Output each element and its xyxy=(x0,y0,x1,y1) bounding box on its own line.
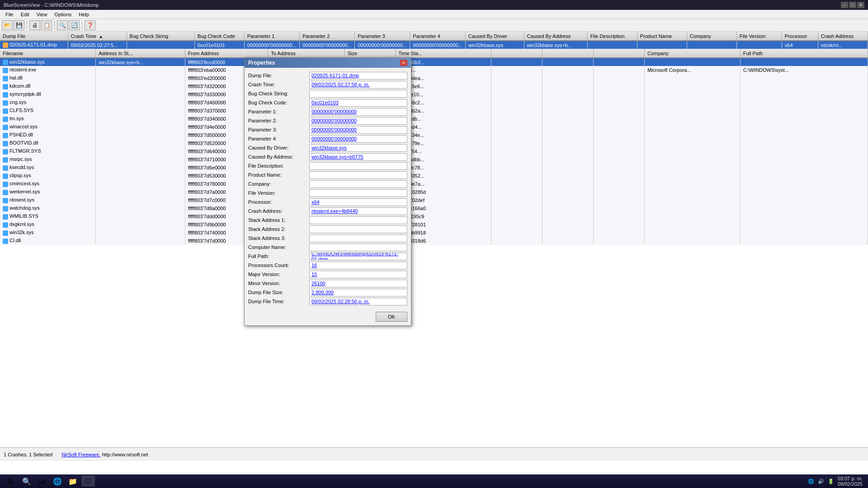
prop-value-8[interactable]: win32kbase.sys xyxy=(309,144,407,152)
mod-col-from-address[interactable]: From Address xyxy=(185,49,268,58)
toolbar-search[interactable]: 🔍 xyxy=(57,20,68,30)
prop-value-9[interactable]: win32kbase.sys+b0775 xyxy=(309,153,407,161)
menu-options[interactable]: Options xyxy=(51,11,75,18)
col-crash-address[interactable]: Crash Address xyxy=(818,32,868,41)
module-table-row[interactable]: cmimcext.sysfffff803'7d780000fffff803'7d… xyxy=(0,180,868,188)
prop-value-22[interactable]: 15 xyxy=(309,271,407,278)
module-table-row[interactable]: FLTMGR.SYSfffff803'7d640000fffff803'7d6d… xyxy=(0,147,868,155)
col-product-name[interactable]: Product Name xyxy=(637,32,687,41)
col-parameter1[interactable]: Parameter 1 xyxy=(244,32,299,41)
module-table-row[interactable]: tm.sysfffff803'7d340000fffff803'7d36a000… xyxy=(0,115,868,123)
mod-col-size[interactable]: Size xyxy=(344,49,396,58)
module-table-row[interactable]: dxgkrnl.sysfffff803'7d9b0000fffff803'7db… xyxy=(0,221,868,229)
toolbar-sep3 xyxy=(82,21,82,30)
prop-value-14[interactable]: x64 xyxy=(309,198,407,206)
properties-dialog[interactable]: Properties ✕ Dump File:020925-6171-01.dm… xyxy=(244,57,411,326)
toolbar-refresh[interactable]: 🔄 xyxy=(69,20,80,30)
taskbar-taskview-icon[interactable]: 🗂 xyxy=(35,476,49,487)
prop-value-3[interactable]: 0xc01e0103 xyxy=(309,99,407,107)
mod-col-full-path[interactable]: Full Path xyxy=(740,49,868,58)
module-table-row[interactable]: CLFS.SYSfffff803'7d370000fffff803'7d3f60… xyxy=(0,107,868,115)
taskbar-edge-icon[interactable]: 🌐 xyxy=(51,476,64,487)
mod-cell-7 xyxy=(542,237,594,245)
mod-col-to-address[interactable]: To Address xyxy=(268,49,344,58)
menu-view[interactable]: View xyxy=(33,11,51,18)
prop-value-25[interactable]: 09/02/2025 02:28:56 p. m. xyxy=(309,298,407,305)
mod-col-7[interactable] xyxy=(491,49,542,58)
crash-cell-12 xyxy=(687,41,736,49)
col-processor[interactable]: Processor xyxy=(782,32,818,41)
mod-col-8[interactable] xyxy=(542,49,594,58)
prop-value-0[interactable]: 020925-6171-01.dmp xyxy=(309,72,407,80)
toolbar-print[interactable]: 🖨 xyxy=(29,20,40,30)
module-table-row[interactable]: kdcom.dllfffff803'7d320000fffff803'7d32b… xyxy=(0,82,868,90)
col-parameter3[interactable]: Parameter 3 xyxy=(355,32,410,41)
maximize-button[interactable]: □ xyxy=(849,2,856,8)
col-parameter4[interactable]: Parameter 4 xyxy=(410,32,465,41)
module-table-row[interactable]: ntosext.sysfffff803'7d7c0000fffff803'7d7… xyxy=(0,196,868,204)
col-company[interactable]: Company xyxy=(687,32,736,41)
menu-edit[interactable]: Edit xyxy=(17,11,33,18)
taskbar-search-icon[interactable]: 🔍 xyxy=(20,476,33,487)
crash-table-row[interactable]: 020925-6171-01.dmp09/02/2025 02:27:5...0… xyxy=(0,41,868,49)
taskbar-explorer-icon[interactable]: 📁 xyxy=(66,476,80,487)
module-table-row[interactable]: cng.sysfffff803'7d400000fffff803'7d4d300… xyxy=(0,99,868,107)
module-table-row[interactable]: werkernel.sysfffff803'7d7a0000fffff803'7… xyxy=(0,188,868,196)
toolbar-help[interactable]: ❓ xyxy=(85,20,95,30)
module-table-row[interactable]: symcryptpk.dllfffff803'7d330000fffff803'… xyxy=(0,90,868,99)
col-file-version[interactable]: File Version xyxy=(736,32,782,41)
nirsoft-link[interactable]: NirSoft Freeware. xyxy=(61,452,100,457)
prop-value-5[interactable]: 00000000'00000000 xyxy=(309,117,407,125)
prop-value-6[interactable]: 00000000'00000000 xyxy=(309,126,407,134)
module-table-row[interactable]: win32k.sysfffff803'7d740000fffff803'7d89… xyxy=(0,229,868,237)
mod-col-company[interactable]: Company xyxy=(644,49,740,58)
prop-value-1[interactable]: 09/02/2025 02:27:58 p. m. xyxy=(309,81,407,89)
module-table-row[interactable]: WMILIB.SYSfffff803'7ddd0000fffff803'7ddd… xyxy=(0,212,868,221)
prop-value-21[interactable]: 16 xyxy=(309,262,407,269)
module-table-row[interactable]: watchdog.sysfffff803'7d8a0000fffff803'7d… xyxy=(0,204,868,212)
module-table-row[interactable]: winaccel.sysfffff803'7d4e0000fffff803'7d… xyxy=(0,123,868,131)
prop-value-7[interactable]: 00000000'00000000 xyxy=(309,135,407,143)
col-bug-check-code[interactable]: Bug Check Code xyxy=(194,32,244,41)
col-caused-by-driver[interactable]: Caused By Driver xyxy=(465,32,524,41)
taskbar-app-icon[interactable]: 🛡 xyxy=(81,476,95,487)
col-file-description[interactable]: File Description xyxy=(587,32,637,41)
close-button[interactable]: ✕ xyxy=(857,2,864,8)
prop-value-20[interactable]: C:\WINDOWS\Minidump\020925-6171-01.dmp xyxy=(309,253,407,260)
module-table-row[interactable]: ksecdd.sysfffff803'7d6e0000fffff803'7d70… xyxy=(0,164,868,172)
menu-help[interactable]: Help xyxy=(75,11,93,18)
mod-col-time-stamp[interactable]: Time Sta... xyxy=(396,49,491,58)
col-crash-time[interactable]: Crash Time ▲ xyxy=(68,32,127,41)
mod-col-9[interactable] xyxy=(594,49,645,58)
module-table-row[interactable]: msrpc.sysfffff803'7d710000fffff803'7d772… xyxy=(0,155,868,164)
module-table-row[interactable]: BOOTVID.dllfffff803'7d520000fffff803'7d5… xyxy=(0,139,868,147)
toolbar-open[interactable]: 📂 xyxy=(2,20,13,30)
col-bug-check-string[interactable]: Bug Check String xyxy=(127,32,194,41)
module-table-row[interactable]: win32kbase.syswin32kbase.sys+b...fffff80… xyxy=(0,58,868,66)
module-table-row[interactable]: PSHED.dllfffff803'7d500000fffff803'7d51b… xyxy=(0,131,868,139)
ok-button[interactable]: OK xyxy=(376,312,407,322)
col-caused-by-address[interactable]: Caused By Address xyxy=(524,32,587,41)
minimize-button[interactable]: − xyxy=(841,2,848,8)
crash-cell-9: win32kbase.sys+b... xyxy=(524,41,587,49)
prop-value-4[interactable]: 00000000'00000000 xyxy=(309,108,407,116)
module-table-row[interactable]: CI.dllfffff803'7d7d0000fffff803'7dee4000… xyxy=(0,237,868,245)
module-table-row[interactable]: clipsp.sysfffff803'7d530000fffff803'7d63… xyxy=(0,172,868,180)
module-table-row[interactable]: ntoskrnl.exefffff803'eba00000fffff803'ec… xyxy=(0,66,868,74)
mod-col-address-in-stack[interactable]: Address In St... xyxy=(96,49,185,58)
mod-cell-0: clipsp.sys xyxy=(0,172,96,180)
col-dump-file[interactable]: Dump File xyxy=(0,32,68,41)
col-parameter2[interactable]: Parameter 2 xyxy=(299,32,354,41)
taskbar-clock[interactable]: 03:07 p. m. 09/02/2025 xyxy=(838,476,863,487)
prop-label-4: Parameter 1: xyxy=(248,109,309,114)
mod-col-filename[interactable]: Filename xyxy=(0,49,96,58)
prop-value-23[interactable]: 26100 xyxy=(309,280,407,287)
toolbar-copy[interactable]: 📋 xyxy=(41,20,52,30)
taskbar-start-button[interactable]: ⊞ xyxy=(2,476,18,487)
dialog-close-button[interactable]: ✕ xyxy=(400,60,407,66)
prop-value-15[interactable]: ntoskrnl.exe+4b8440 xyxy=(309,207,407,215)
prop-value-24[interactable]: 2,800,300 xyxy=(309,289,407,296)
menu-file[interactable]: File xyxy=(2,11,17,18)
module-table-row[interactable]: hal.dllfffff803'ed200000fffff803'ed20600… xyxy=(0,74,868,82)
toolbar-save[interactable]: 💾 xyxy=(14,20,24,30)
